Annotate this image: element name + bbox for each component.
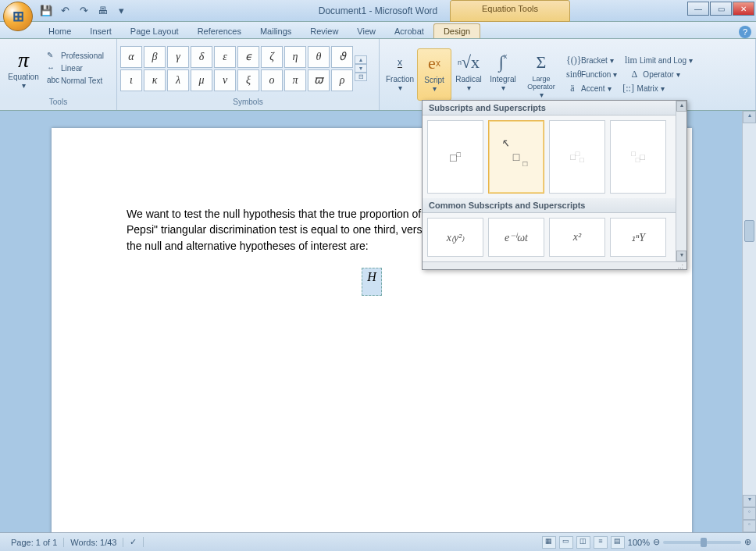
print-icon[interactable]: 🖶 [95,4,109,18]
gallery-scroll-up[interactable]: ▴ [676,101,686,112]
symbol-pi[interactable]: π [284,69,306,91]
office-button[interactable]: ⊞ [3,2,33,31]
matrix-button[interactable]: [::]Matrix ▾ [620,82,667,95]
prev-page-button[interactable]: ◦ [743,507,756,520]
script-label: Script [424,76,444,84]
radical-button[interactable]: n√x Radical▾ [451,48,486,101]
view-print-layout[interactable]: ▦ [542,536,556,549]
qat-more-icon[interactable]: ▾ [114,4,128,18]
zoom-slider[interactable] [663,541,741,544]
help-icon[interactable]: ? [739,26,751,38]
tab-insert[interactable]: Insert [80,24,121,38]
script-superscript[interactable]: □□ [427,120,483,194]
equation-button[interactable]: π Equation ▾ [3,48,44,90]
script-supersub[interactable]: □□□ [549,120,605,194]
fraction-button[interactable]: x Fraction▾ [383,48,417,101]
view-full-screen[interactable]: ▭ [559,536,573,549]
script-button[interactable]: ex Script▾ [417,48,451,101]
symbol-scroll-up[interactable]: ▴ [355,55,367,64]
view-draft[interactable]: ▤ [611,536,625,549]
symbol-zeta[interactable]: ζ [261,46,283,68]
scroll-down-button[interactable]: ▾ [743,495,756,507]
zoom-level[interactable]: 100% [628,538,650,547]
scroll-up-button[interactable]: ▴ [743,111,756,123]
scroll-thumb[interactable] [744,220,754,242]
symbol-alpha[interactable]: α [120,46,142,68]
zoom-in-button[interactable]: ⊕ [744,537,751,547]
linear-button[interactable]: ↔Linear [47,63,104,74]
status-page[interactable]: Page: 1 of 1 [5,538,64,547]
undo-icon[interactable]: ↶ [58,4,72,18]
symbol-omicron[interactable]: ο [261,69,283,91]
integral-button[interactable]: ∫x Integral▾ [486,48,520,101]
gallery-resize-handle[interactable]: ..: [423,261,686,269]
symbol-scroll-down[interactable]: ▾ [355,64,367,73]
matrix-icon: [::] [622,83,635,94]
gallery-scrollbar[interactable]: ▴ ▾ [676,101,686,261]
view-outline[interactable]: ≡ [594,536,608,549]
common-xy2[interactable]: x₍y²₎ [427,218,483,257]
zoom-out-button[interactable]: ⊖ [653,537,660,547]
equation-label: Equation [8,73,38,81]
next-page-button[interactable]: ◦ [743,520,756,532]
normal-text-button[interactable]: abcNormal Text [47,76,104,87]
tab-review[interactable]: Review [301,24,348,38]
pi-icon: π [18,48,29,73]
function-label: Function [581,70,611,79]
tab-acrobat[interactable]: Acrobat [385,24,433,38]
symbol-delta[interactable]: δ [191,46,212,68]
large-operator-button[interactable]: Σ Large Operator▾ [520,48,562,101]
script-subscript[interactable]: □□ ↖ [488,120,544,194]
tab-mailings[interactable]: Mailings [251,24,301,38]
title-bar: ⊞ 💾 ↶ ↷ 🖶 ▾ Document1 - Microsoft Word E… [0,0,756,22]
gallery-header-common: Common Subscripts and Superscripts [423,198,676,213]
close-button[interactable]: ✕ [733,2,754,16]
gallery-scroll-down[interactable]: ▾ [676,251,686,261]
symbol-varpi[interactable]: ϖ [308,69,330,91]
status-proofing-icon[interactable]: ✓ [123,537,144,547]
symbol-kappa[interactable]: κ [144,69,166,91]
limit-log-button[interactable]: limLimit and Log ▾ [622,54,695,67]
symbol-theta[interactable]: θ [308,46,330,68]
tab-design[interactable]: Design [433,23,480,38]
status-bar: Page: 1 of 1 Words: 1/43 ✓ ▦ ▭ ◫ ≡ ▤ 100… [0,532,756,551]
symbol-varepsilon[interactable]: ϵ [237,46,259,68]
maximize-button[interactable]: ▭ [710,2,732,16]
function-button[interactable]: sinθFunction ▾ [564,68,619,81]
symbol-nu[interactable]: ν [214,69,236,91]
view-web-layout[interactable]: ◫ [576,536,590,549]
symbol-more[interactable]: ⊟ [355,73,367,81]
dropdown-icon: ▾ [22,81,26,90]
common-1ny[interactable]: ₁ⁿY [610,218,666,257]
redo-icon[interactable]: ↷ [77,4,91,18]
symbol-eta[interactable]: η [284,46,306,68]
tab-page-layout[interactable]: Page Layout [121,24,188,38]
symbol-xi[interactable]: ξ [237,69,259,91]
zoom-thumb[interactable] [701,538,707,547]
accent-button[interactable]: äAccent ▾ [564,82,614,95]
equation-editor[interactable]: H [362,268,382,296]
vertical-scrollbar[interactable]: ▴ ▾ ◦ ◦ [742,111,756,532]
operator-button[interactable]: ΔOperator ▾ [626,68,682,81]
save-icon[interactable]: 💾 [39,4,53,18]
status-words[interactable]: Words: 1/43 [64,538,123,547]
bracket-button[interactable]: {()}Bracket ▾ [564,54,616,67]
symbol-mu[interactable]: μ [191,69,212,91]
fraction-label: Fraction [386,75,414,84]
script-leftsupersub[interactable]: □□□ [610,120,666,194]
tab-home[interactable]: Home [39,24,80,38]
tab-references[interactable]: References [188,24,251,38]
symbol-iota[interactable]: ι [120,69,142,91]
symbol-gamma[interactable]: γ [167,46,189,68]
symbol-vartheta[interactable]: ϑ [331,46,353,68]
minimize-button[interactable]: — [687,2,709,16]
common-eiwt[interactable]: e⁻ⁱωt [488,218,544,257]
symbol-lambda[interactable]: λ [167,69,189,91]
common-x2[interactable]: x² [549,218,605,257]
tab-view[interactable]: View [348,24,385,38]
symbol-epsilon[interactable]: ε [214,46,236,68]
radical-icon: n√x [458,50,480,75]
symbol-beta[interactable]: β [144,46,166,68]
professional-button[interactable]: ✎Professional [47,51,104,62]
symbol-rho[interactable]: ρ [331,69,353,91]
